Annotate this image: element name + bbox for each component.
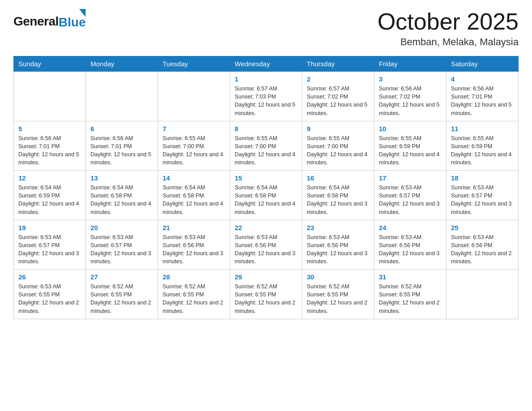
day-number: 22: [235, 224, 297, 231]
day-cell: 29Sunrise: 6:52 AM Sunset: 6:55 PM Dayli…: [230, 270, 302, 319]
day-number: 13: [90, 174, 153, 182]
weekday-header-wednesday: Wednesday: [230, 56, 302, 72]
day-cell: 22Sunrise: 6:53 AM Sunset: 6:56 PM Dayli…: [230, 220, 302, 270]
day-cell: 20Sunrise: 6:53 AM Sunset: 6:57 PM Dayli…: [86, 220, 158, 270]
day-cell: 14Sunrise: 6:54 AM Sunset: 6:58 PM Dayli…: [158, 171, 230, 220]
day-number: 3: [379, 75, 442, 83]
day-number: 4: [451, 75, 514, 83]
day-number: 17: [379, 174, 442, 182]
day-cell: [158, 72, 230, 121]
day-info: Sunrise: 6:53 AM Sunset: 6:57 PM Dayligh…: [451, 184, 514, 216]
day-info: Sunrise: 6:55 AM Sunset: 6:59 PM Dayligh…: [379, 134, 442, 167]
logo: General Blue: [13, 9, 86, 29]
day-info: Sunrise: 6:54 AM Sunset: 6:58 PM Dayligh…: [307, 184, 369, 216]
day-info: Sunrise: 6:56 AM Sunset: 7:01 PM Dayligh…: [18, 134, 81, 167]
day-info: Sunrise: 6:56 AM Sunset: 7:01 PM Dayligh…: [451, 85, 514, 117]
day-cell: [14, 72, 86, 121]
day-cell: 3Sunrise: 6:56 AM Sunset: 7:02 PM Daylig…: [374, 72, 446, 121]
weekday-header-monday: Monday: [86, 56, 158, 72]
day-info: Sunrise: 6:57 AM Sunset: 7:02 PM Dayligh…: [307, 85, 369, 117]
day-cell: 30Sunrise: 6:52 AM Sunset: 6:55 PM Dayli…: [302, 270, 374, 319]
day-cell: 1Sunrise: 6:57 AM Sunset: 7:03 PM Daylig…: [230, 72, 302, 121]
day-number: 9: [307, 125, 369, 133]
day-number: 11: [451, 125, 514, 133]
day-cell: 13Sunrise: 6:54 AM Sunset: 6:58 PM Dayli…: [86, 171, 158, 220]
day-number: 16: [307, 174, 369, 182]
day-number: 23: [307, 224, 369, 231]
weekday-header-friday: Friday: [374, 56, 446, 72]
day-number: 8: [235, 125, 297, 133]
day-info: Sunrise: 6:53 AM Sunset: 6:57 PM Dayligh…: [90, 233, 153, 266]
page-header: General Blue October 2025 Bemban, Melaka…: [13, 9, 519, 48]
day-info: Sunrise: 6:52 AM Sunset: 6:55 PM Dayligh…: [235, 283, 297, 315]
day-cell: 2Sunrise: 6:57 AM Sunset: 7:02 PM Daylig…: [302, 72, 374, 121]
day-info: Sunrise: 6:52 AM Sunset: 6:55 PM Dayligh…: [163, 283, 225, 315]
day-cell: 23Sunrise: 6:53 AM Sunset: 6:56 PM Dayli…: [302, 220, 374, 270]
day-info: Sunrise: 6:53 AM Sunset: 6:56 PM Dayligh…: [235, 233, 297, 266]
day-cell: [446, 270, 519, 319]
location-text: Bemban, Melaka, Malaysia: [378, 36, 519, 48]
day-cell: 19Sunrise: 6:53 AM Sunset: 6:57 PM Dayli…: [14, 220, 86, 270]
day-cell: [86, 72, 158, 121]
week-row-3: 12Sunrise: 6:54 AM Sunset: 6:59 PM Dayli…: [14, 171, 519, 220]
day-cell: 16Sunrise: 6:54 AM Sunset: 6:58 PM Dayli…: [302, 171, 374, 220]
day-number: 27: [90, 273, 153, 281]
day-info: Sunrise: 6:52 AM Sunset: 6:55 PM Dayligh…: [379, 283, 442, 315]
day-cell: 15Sunrise: 6:54 AM Sunset: 6:58 PM Dayli…: [230, 171, 302, 220]
day-info: Sunrise: 6:53 AM Sunset: 6:56 PM Dayligh…: [379, 233, 442, 266]
day-number: 26: [18, 273, 81, 281]
week-row-4: 19Sunrise: 6:53 AM Sunset: 6:57 PM Dayli…: [14, 220, 519, 270]
day-info: Sunrise: 6:52 AM Sunset: 6:55 PM Dayligh…: [307, 283, 369, 315]
day-cell: 21Sunrise: 6:53 AM Sunset: 6:56 PM Dayli…: [158, 220, 230, 270]
day-info: Sunrise: 6:53 AM Sunset: 6:56 PM Dayligh…: [451, 233, 514, 266]
day-number: 25: [451, 224, 514, 231]
day-cell: 28Sunrise: 6:52 AM Sunset: 6:55 PM Dayli…: [158, 270, 230, 319]
day-number: 19: [18, 224, 81, 231]
day-info: Sunrise: 6:55 AM Sunset: 6:59 PM Dayligh…: [451, 134, 514, 167]
logo-general-text: General: [13, 14, 59, 29]
day-info: Sunrise: 6:54 AM Sunset: 6:59 PM Dayligh…: [18, 184, 81, 216]
day-number: 31: [379, 273, 442, 281]
day-info: Sunrise: 6:56 AM Sunset: 7:02 PM Dayligh…: [379, 85, 442, 117]
day-number: 12: [18, 174, 81, 182]
day-info: Sunrise: 6:53 AM Sunset: 6:57 PM Dayligh…: [379, 184, 442, 216]
day-cell: 25Sunrise: 6:53 AM Sunset: 6:56 PM Dayli…: [446, 220, 519, 270]
weekday-header-saturday: Saturday: [446, 56, 519, 72]
day-info: Sunrise: 6:57 AM Sunset: 7:03 PM Dayligh…: [235, 85, 297, 117]
weekday-header-thursday: Thursday: [302, 56, 374, 72]
day-info: Sunrise: 6:52 AM Sunset: 6:55 PM Dayligh…: [90, 283, 153, 315]
day-cell: 24Sunrise: 6:53 AM Sunset: 6:56 PM Dayli…: [374, 220, 446, 270]
day-cell: 11Sunrise: 6:55 AM Sunset: 6:59 PM Dayli…: [446, 121, 519, 171]
day-info: Sunrise: 6:55 AM Sunset: 7:00 PM Dayligh…: [307, 134, 369, 167]
day-number: 2: [307, 75, 369, 83]
day-info: Sunrise: 6:56 AM Sunset: 7:01 PM Dayligh…: [90, 134, 153, 167]
day-number: 14: [163, 174, 225, 182]
day-number: 30: [307, 273, 369, 281]
day-number: 5: [18, 125, 81, 133]
day-number: 18: [451, 174, 514, 182]
weekday-header-tuesday: Tuesday: [158, 56, 230, 72]
weekday-header-sunday: Sunday: [14, 56, 86, 72]
day-number: 29: [235, 273, 297, 281]
week-row-2: 5Sunrise: 6:56 AM Sunset: 7:01 PM Daylig…: [14, 121, 519, 171]
day-info: Sunrise: 6:53 AM Sunset: 6:57 PM Dayligh…: [18, 233, 81, 266]
day-number: 10: [379, 125, 442, 133]
day-number: 7: [163, 125, 225, 133]
day-cell: 10Sunrise: 6:55 AM Sunset: 6:59 PM Dayli…: [374, 121, 446, 171]
day-cell: 4Sunrise: 6:56 AM Sunset: 7:01 PM Daylig…: [446, 72, 519, 121]
day-cell: 7Sunrise: 6:55 AM Sunset: 7:00 PM Daylig…: [158, 121, 230, 171]
day-cell: 31Sunrise: 6:52 AM Sunset: 6:55 PM Dayli…: [374, 270, 446, 319]
week-row-1: 1Sunrise: 6:57 AM Sunset: 7:03 PM Daylig…: [14, 72, 519, 121]
day-info: Sunrise: 6:53 AM Sunset: 6:56 PM Dayligh…: [163, 233, 225, 266]
week-row-5: 26Sunrise: 6:53 AM Sunset: 6:55 PM Dayli…: [14, 270, 519, 319]
day-cell: 9Sunrise: 6:55 AM Sunset: 7:00 PM Daylig…: [302, 121, 374, 171]
calendar-table: SundayMondayTuesdayWednesdayThursdayFrid…: [13, 56, 519, 319]
logo-blue-text: Blue: [59, 16, 86, 29]
day-info: Sunrise: 6:53 AM Sunset: 6:55 PM Dayligh…: [18, 283, 81, 315]
day-number: 21: [163, 224, 225, 231]
day-info: Sunrise: 6:53 AM Sunset: 6:56 PM Dayligh…: [307, 233, 369, 266]
day-cell: 17Sunrise: 6:53 AM Sunset: 6:57 PM Dayli…: [374, 171, 446, 220]
day-number: 20: [90, 224, 153, 231]
day-number: 1: [235, 75, 297, 83]
day-cell: 27Sunrise: 6:52 AM Sunset: 6:55 PM Dayli…: [86, 270, 158, 319]
